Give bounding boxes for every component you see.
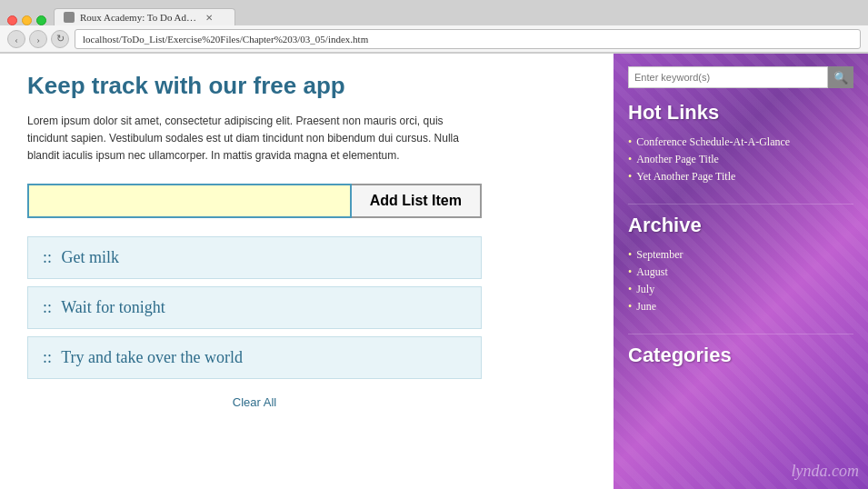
archive-title: Archive <box>628 214 853 237</box>
archive-section: Archive September August July June <box>628 214 853 315</box>
categories-title: Categories <box>628 344 853 367</box>
add-item-input[interactable] <box>27 184 352 218</box>
browser-tab[interactable]: Roux Academy: To Do Adva... ✕ <box>54 8 235 25</box>
archive-list: September August July June <box>628 246 853 315</box>
sidebar-divider-2 <box>628 334 853 334</box>
archive-july[interactable]: July <box>636 283 654 296</box>
item-text: Try and take over the world <box>61 348 243 366</box>
sidebar: 🔍 Hot Links Conference Schedule-At-A-Gla… <box>614 54 868 489</box>
archive-june[interactable]: June <box>636 300 656 314</box>
hot-link-2[interactable]: Another Page Title <box>636 153 719 166</box>
item-text: Wait for tonight <box>61 298 165 316</box>
browser-chrome: Roux Academy: To Do Adva... ✕ ‹ › ↻ loca… <box>0 0 868 54</box>
list-item: :: Get milk <box>27 236 482 279</box>
search-input[interactable] <box>628 66 828 88</box>
tab-close-icon[interactable]: ✕ <box>205 13 213 23</box>
sidebar-content: 🔍 Hot Links Conference Schedule-At-A-Gla… <box>628 66 853 367</box>
list-item: Yet Another Page Title <box>628 168 853 185</box>
archive-august[interactable]: August <box>636 265 668 279</box>
address-bar[interactable]: localhost/ToDo_List/Exercise%20Files/Cha… <box>75 29 861 49</box>
categories-section: Categories <box>628 344 853 367</box>
todo-list: :: Get milk :: Wait for tonight :: Try a… <box>27 236 482 409</box>
list-item: July <box>628 281 853 298</box>
page-heading: Keep track with our free app <box>27 72 586 100</box>
close-button[interactable] <box>7 15 17 25</box>
main-content: Keep track with our free app Lorem ipsum… <box>0 54 614 489</box>
tab-favicon-icon <box>64 12 75 23</box>
list-item: September <box>628 246 853 264</box>
hot-links-list: Conference Schedule-At-A-Glance Another … <box>628 134 853 185</box>
address-text: localhost/ToDo_List/Exercise%20Files/Cha… <box>83 34 368 45</box>
traffic-lights <box>7 15 46 25</box>
sidebar-divider <box>628 204 853 205</box>
item-prefix: :: <box>43 298 52 316</box>
tab-bar: Roux Academy: To Do Adva... ✕ <box>0 0 868 25</box>
add-list-item-button[interactable]: Add List Item <box>352 184 482 218</box>
nav-bar: ‹ › ↻ localhost/ToDo_List/Exercise%20Fil… <box>0 25 868 53</box>
list-item: June <box>628 298 853 315</box>
add-item-form: Add List Item <box>27 184 482 218</box>
archive-september[interactable]: September <box>636 248 683 262</box>
hot-link-1[interactable]: Conference Schedule-At-A-Glance <box>636 135 790 149</box>
reload-button[interactable]: ↻ <box>51 30 69 48</box>
tab-title: Roux Academy: To Do Adva... <box>80 12 200 23</box>
item-prefix: :: <box>43 248 52 266</box>
clear-all-container: Clear All <box>27 395 482 409</box>
list-item: :: Wait for tonight <box>27 286 482 329</box>
minimize-button[interactable] <box>22 15 32 25</box>
item-text: Get milk <box>62 248 120 266</box>
intro-text: Lorem ipsum dolor sit amet, consectetur … <box>27 113 482 165</box>
list-item: Another Page Title <box>628 151 853 168</box>
list-item: :: Try and take over the world <box>27 336 482 379</box>
page-container: Keep track with our free app Lorem ipsum… <box>0 54 868 489</box>
item-prefix: :: <box>43 348 52 366</box>
clear-all-link[interactable]: Clear All <box>233 395 276 409</box>
list-item: August <box>628 264 853 281</box>
search-button[interactable]: 🔍 <box>828 66 853 88</box>
nav-buttons: ‹ › ↻ <box>7 30 69 48</box>
list-item: Conference Schedule-At-A-Glance <box>628 134 853 151</box>
back-button[interactable]: ‹ <box>7 30 25 48</box>
search-icon: 🔍 <box>833 71 848 85</box>
hot-links-title: Hot Links <box>628 101 853 125</box>
search-bar: 🔍 <box>628 66 853 88</box>
maximize-button[interactable] <box>36 15 46 25</box>
forward-button[interactable]: › <box>29 30 47 48</box>
hot-links-section: Hot Links Conference Schedule-At-A-Glanc… <box>628 101 853 185</box>
lynda-watermark: lynda.com <box>792 462 859 481</box>
hot-link-3[interactable]: Yet Another Page Title <box>636 170 735 184</box>
